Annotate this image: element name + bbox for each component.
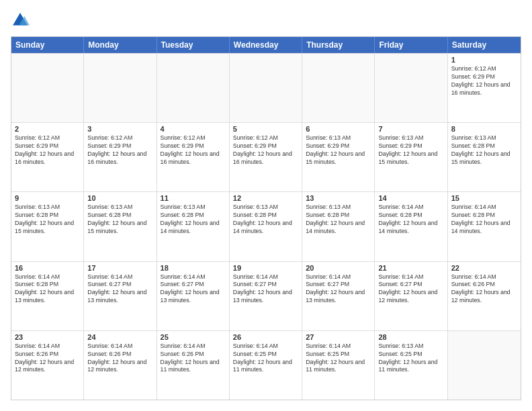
cell-info: Sunrise: 6:13 AM Sunset: 6:28 PM Dayligh… bbox=[306, 203, 371, 236]
day-number: 14 bbox=[378, 194, 443, 202]
cell-info: Sunrise: 6:14 AM Sunset: 6:27 PM Dayligh… bbox=[161, 273, 226, 306]
cell-info: Sunrise: 6:12 AM Sunset: 6:29 PM Dayligh… bbox=[161, 134, 226, 167]
day-number: 13 bbox=[306, 194, 371, 202]
cell-info: Sunrise: 6:13 AM Sunset: 6:28 PM Dayligh… bbox=[15, 203, 80, 236]
calendar-cell: 10Sunrise: 6:13 AM Sunset: 6:28 PM Dayli… bbox=[84, 192, 157, 261]
calendar-cell: 2Sunrise: 6:12 AM Sunset: 6:29 PM Daylig… bbox=[11, 123, 84, 191]
calendar-cell: 17Sunrise: 6:14 AM Sunset: 6:27 PM Dayli… bbox=[84, 262, 157, 330]
weekday-header: Friday bbox=[375, 37, 447, 53]
calendar-row: 9Sunrise: 6:13 AM Sunset: 6:28 PM Daylig… bbox=[11, 191, 521, 261]
calendar-cell: 1Sunrise: 6:12 AM Sunset: 6:29 PM Daylig… bbox=[448, 54, 521, 122]
calendar: SundayMondayTuesdayWednesdayThursdayFrid… bbox=[11, 36, 521, 400]
calendar-body: 1Sunrise: 6:12 AM Sunset: 6:29 PM Daylig… bbox=[11, 53, 521, 400]
header bbox=[11, 11, 521, 30]
cell-info: Sunrise: 6:14 AM Sunset: 6:27 PM Dayligh… bbox=[306, 273, 371, 306]
calendar-cell bbox=[375, 54, 447, 122]
cell-info: Sunrise: 6:14 AM Sunset: 6:26 PM Dayligh… bbox=[87, 342, 152, 375]
calendar-cell: 13Sunrise: 6:13 AM Sunset: 6:28 PM Dayli… bbox=[302, 192, 375, 261]
cell-info: Sunrise: 6:14 AM Sunset: 6:27 PM Dayligh… bbox=[378, 273, 443, 306]
calendar-row: 2Sunrise: 6:12 AM Sunset: 6:29 PM Daylig… bbox=[11, 122, 521, 191]
day-number: 8 bbox=[451, 125, 517, 133]
weekday-header: Saturday bbox=[448, 37, 521, 53]
day-number: 3 bbox=[87, 125, 152, 133]
day-number: 17 bbox=[87, 264, 152, 272]
cell-info: Sunrise: 6:13 AM Sunset: 6:25 PM Dayligh… bbox=[378, 342, 443, 375]
weekday-header: Monday bbox=[84, 37, 157, 53]
calendar-cell bbox=[230, 54, 302, 122]
calendar-cell: 12Sunrise: 6:13 AM Sunset: 6:28 PM Dayli… bbox=[230, 192, 302, 261]
day-number: 25 bbox=[161, 333, 226, 341]
cell-info: Sunrise: 6:14 AM Sunset: 6:25 PM Dayligh… bbox=[233, 342, 298, 375]
weekday-header: Thursday bbox=[302, 37, 375, 53]
calendar-cell: 16Sunrise: 6:14 AM Sunset: 6:28 PM Dayli… bbox=[11, 262, 84, 330]
calendar-row: 23Sunrise: 6:14 AM Sunset: 6:26 PM Dayli… bbox=[11, 330, 521, 400]
calendar-cell: 6Sunrise: 6:13 AM Sunset: 6:29 PM Daylig… bbox=[302, 123, 375, 191]
day-number: 11 bbox=[161, 194, 226, 202]
calendar-row: 1Sunrise: 6:12 AM Sunset: 6:29 PM Daylig… bbox=[11, 53, 521, 122]
day-number: 16 bbox=[15, 264, 80, 272]
logo bbox=[11, 11, 31, 30]
calendar-cell: 9Sunrise: 6:13 AM Sunset: 6:28 PM Daylig… bbox=[11, 192, 84, 261]
calendar-cell: 11Sunrise: 6:13 AM Sunset: 6:28 PM Dayli… bbox=[157, 192, 230, 261]
day-number: 10 bbox=[87, 194, 152, 202]
day-number: 27 bbox=[306, 333, 371, 341]
logo-icon bbox=[11, 11, 30, 30]
cell-info: Sunrise: 6:14 AM Sunset: 6:28 PM Dayligh… bbox=[15, 273, 80, 306]
calendar-cell: 5Sunrise: 6:12 AM Sunset: 6:29 PM Daylig… bbox=[230, 123, 302, 191]
cell-info: Sunrise: 6:14 AM Sunset: 6:26 PM Dayligh… bbox=[15, 342, 80, 375]
calendar-cell bbox=[302, 54, 375, 122]
calendar-cell: 27Sunrise: 6:14 AM Sunset: 6:25 PM Dayli… bbox=[302, 331, 375, 400]
calendar-cell: 19Sunrise: 6:14 AM Sunset: 6:27 PM Dayli… bbox=[230, 262, 302, 330]
calendar-cell: 18Sunrise: 6:14 AM Sunset: 6:27 PM Dayli… bbox=[157, 262, 230, 330]
cell-info: Sunrise: 6:13 AM Sunset: 6:29 PM Dayligh… bbox=[306, 134, 371, 167]
day-number: 15 bbox=[451, 194, 517, 202]
day-number: 23 bbox=[15, 333, 80, 341]
page: SundayMondayTuesdayWednesdayThursdayFrid… bbox=[0, 0, 532, 411]
cell-info: Sunrise: 6:14 AM Sunset: 6:26 PM Dayligh… bbox=[161, 342, 226, 375]
calendar-cell: 4Sunrise: 6:12 AM Sunset: 6:29 PM Daylig… bbox=[157, 123, 230, 191]
day-number: 24 bbox=[87, 333, 152, 341]
cell-info: Sunrise: 6:13 AM Sunset: 6:28 PM Dayligh… bbox=[161, 203, 226, 236]
day-number: 12 bbox=[233, 194, 298, 202]
calendar-cell: 23Sunrise: 6:14 AM Sunset: 6:26 PM Dayli… bbox=[11, 331, 84, 400]
day-number: 9 bbox=[15, 194, 80, 202]
day-number: 20 bbox=[306, 264, 371, 272]
day-number: 28 bbox=[378, 333, 443, 341]
day-number: 7 bbox=[378, 125, 443, 133]
cell-info: Sunrise: 6:12 AM Sunset: 6:29 PM Dayligh… bbox=[87, 134, 152, 167]
cell-info: Sunrise: 6:14 AM Sunset: 6:25 PM Dayligh… bbox=[306, 342, 371, 375]
day-number: 5 bbox=[233, 125, 298, 133]
day-number: 26 bbox=[233, 333, 298, 341]
weekday-header: Wednesday bbox=[230, 37, 302, 53]
cell-info: Sunrise: 6:14 AM Sunset: 6:28 PM Dayligh… bbox=[378, 203, 443, 236]
calendar-cell bbox=[11, 54, 84, 122]
calendar-cell: 24Sunrise: 6:14 AM Sunset: 6:26 PM Dayli… bbox=[84, 331, 157, 400]
day-number: 18 bbox=[161, 264, 226, 272]
calendar-cell: 22Sunrise: 6:14 AM Sunset: 6:26 PM Dayli… bbox=[448, 262, 521, 330]
calendar-cell bbox=[157, 54, 230, 122]
day-number: 19 bbox=[233, 264, 298, 272]
calendar-cell: 14Sunrise: 6:14 AM Sunset: 6:28 PM Dayli… bbox=[375, 192, 447, 261]
day-number: 22 bbox=[451, 264, 517, 272]
cell-info: Sunrise: 6:12 AM Sunset: 6:29 PM Dayligh… bbox=[233, 134, 298, 167]
day-number: 4 bbox=[161, 125, 226, 133]
cell-info: Sunrise: 6:14 AM Sunset: 6:26 PM Dayligh… bbox=[451, 273, 517, 306]
cell-info: Sunrise: 6:14 AM Sunset: 6:27 PM Dayligh… bbox=[87, 273, 152, 306]
calendar-cell bbox=[448, 331, 521, 400]
calendar-cell: 25Sunrise: 6:14 AM Sunset: 6:26 PM Dayli… bbox=[157, 331, 230, 400]
calendar-cell: 21Sunrise: 6:14 AM Sunset: 6:27 PM Dayli… bbox=[375, 262, 447, 330]
calendar-cell: 26Sunrise: 6:14 AM Sunset: 6:25 PM Dayli… bbox=[230, 331, 302, 400]
calendar-cell: 15Sunrise: 6:14 AM Sunset: 6:28 PM Dayli… bbox=[448, 192, 521, 261]
weekday-header: Sunday bbox=[11, 37, 84, 53]
cell-info: Sunrise: 6:12 AM Sunset: 6:29 PM Dayligh… bbox=[451, 65, 517, 97]
day-number: 1 bbox=[451, 56, 517, 64]
cell-info: Sunrise: 6:14 AM Sunset: 6:28 PM Dayligh… bbox=[451, 203, 517, 236]
weekday-header: Tuesday bbox=[157, 37, 230, 53]
calendar-cell: 3Sunrise: 6:12 AM Sunset: 6:29 PM Daylig… bbox=[84, 123, 157, 191]
cell-info: Sunrise: 6:12 AM Sunset: 6:29 PM Dayligh… bbox=[15, 134, 80, 167]
calendar-row: 16Sunrise: 6:14 AM Sunset: 6:28 PM Dayli… bbox=[11, 261, 521, 330]
day-number: 2 bbox=[15, 125, 80, 133]
day-number: 21 bbox=[378, 264, 443, 272]
cell-info: Sunrise: 6:13 AM Sunset: 6:28 PM Dayligh… bbox=[233, 203, 298, 236]
cell-info: Sunrise: 6:13 AM Sunset: 6:28 PM Dayligh… bbox=[451, 134, 517, 167]
